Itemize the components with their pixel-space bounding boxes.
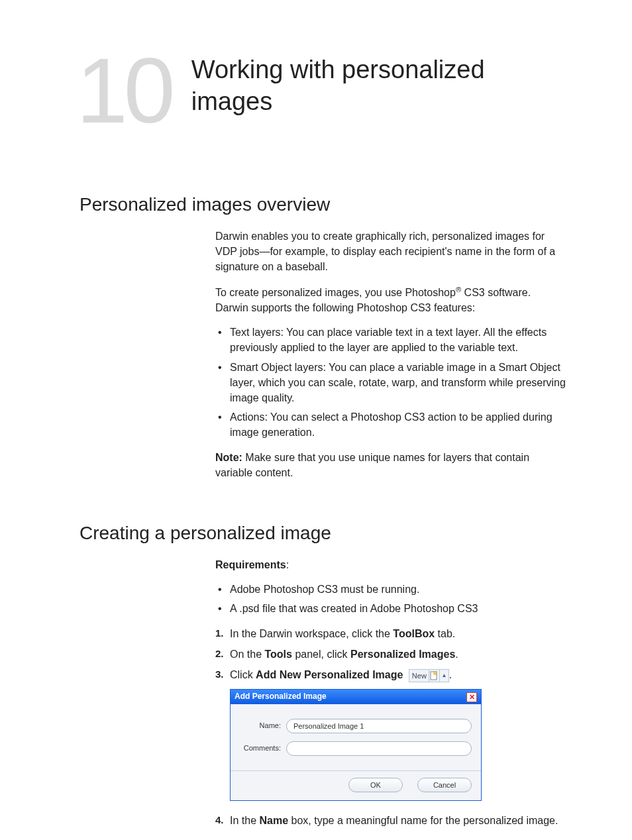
req-photoshop-running: Adobe Photoshop CS3 must be running.: [215, 582, 566, 597]
close-icon[interactable]: ✕: [466, 692, 477, 702]
add-personalized-image-dialog: Add Personalized Image ✕ Name: Comments:: [230, 689, 482, 801]
comments-label: Comments:: [240, 743, 286, 754]
cancel-button[interactable]: Cancel: [417, 778, 472, 792]
step-1-toolbox: ToolBox: [393, 628, 435, 639]
step-3-end: .: [449, 669, 452, 680]
step-3: Click Add New Personalized Image New ▲ .: [215, 667, 566, 801]
feature-smart-objects: Smart Object layers: You can place a var…: [215, 360, 566, 406]
chapter-number: 10: [76, 46, 172, 134]
new-document-icon: [429, 670, 439, 682]
overview-feature-list: Text layers: You can place variable text…: [215, 325, 566, 440]
step-1-text-a: In the Darwin workspace, click the: [230, 628, 393, 639]
new-button-label: New: [409, 670, 429, 682]
steps-list: In the Darwin workspace, click the ToolB…: [215, 626, 566, 829]
chapter-header: 10 Working with personalized images: [79, 46, 566, 134]
section-title-overview: Personalized images overview: [79, 194, 566, 215]
dialog-footer: OK Cancel: [231, 770, 481, 800]
chapter-title: Working with personalized images: [191, 46, 566, 117]
note-label: Note:: [215, 452, 242, 463]
overview-para-1: Darwin enables you to create graphically…: [215, 229, 566, 275]
note-text: Make sure that you use unique names for …: [215, 452, 529, 478]
section-title-creating: Creating a personalized image: [79, 523, 566, 544]
step-2-personalized-images: Personalized Images: [350, 649, 455, 660]
step-4-name: Name: [259, 815, 288, 826]
overview-para-2a: To create personalized images, you use P…: [215, 287, 456, 298]
step-2-text-c: .: [455, 649, 458, 660]
step-4-text-a: In the: [230, 815, 259, 826]
ok-button[interactable]: OK: [348, 778, 403, 792]
requirements-list: Adobe Photoshop CS3 must be running. A .…: [215, 582, 566, 616]
overview-para-2: To create personalized images, you use P…: [215, 284, 566, 316]
svg-rect-1: [434, 672, 437, 674]
feature-text-layers: Text layers: You can place variable text…: [215, 325, 566, 355]
name-label: Name:: [240, 721, 286, 731]
step-2: On the Tools panel, click Personalized I…: [215, 647, 566, 662]
section-creating: Creating a personalized image Requiremen…: [79, 523, 566, 828]
step-4: In the Name box, type a meaningful name …: [215, 813, 566, 828]
requirements-label: Requirements: [215, 559, 286, 570]
section-overview: Personalized images overview Darwin enab…: [79, 194, 566, 480]
step-1: In the Darwin workspace, click the ToolB…: [215, 626, 566, 641]
step-2-text-b: panel, click: [292, 649, 350, 660]
step-2-text-a: On the: [230, 649, 264, 660]
dialog-titlebar: Add Personalized Image ✕: [231, 690, 481, 704]
name-field[interactable]: [286, 719, 472, 733]
dialog-body: Name: Comments:: [231, 704, 481, 770]
dialog-title: Add Personalized Image: [235, 691, 327, 702]
dropdown-arrow-icon: ▲: [439, 670, 448, 682]
step-2-tools: Tools: [264, 649, 291, 660]
req-psd-file: A .psd file that was created in Adobe Ph…: [215, 601, 566, 616]
requirements-heading: Requirements:: [215, 557, 566, 572]
registered-mark: ®: [456, 286, 461, 293]
requirements-colon: :: [286, 559, 289, 570]
step-3-text-a: Click: [230, 669, 256, 680]
comments-field[interactable]: [286, 741, 472, 756]
feature-actions: Actions: You can select a Photoshop CS3 …: [215, 409, 566, 440]
step-4-text-b: box, type a meaningful name for the pers…: [288, 815, 558, 826]
step-1-text-b: tab.: [435, 628, 455, 639]
step-3-add-new: Add New Personalized Image: [256, 669, 403, 680]
new-toolbar-button: New ▲: [409, 669, 449, 682]
overview-note: Note: Make sure that you use unique name…: [215, 450, 566, 480]
